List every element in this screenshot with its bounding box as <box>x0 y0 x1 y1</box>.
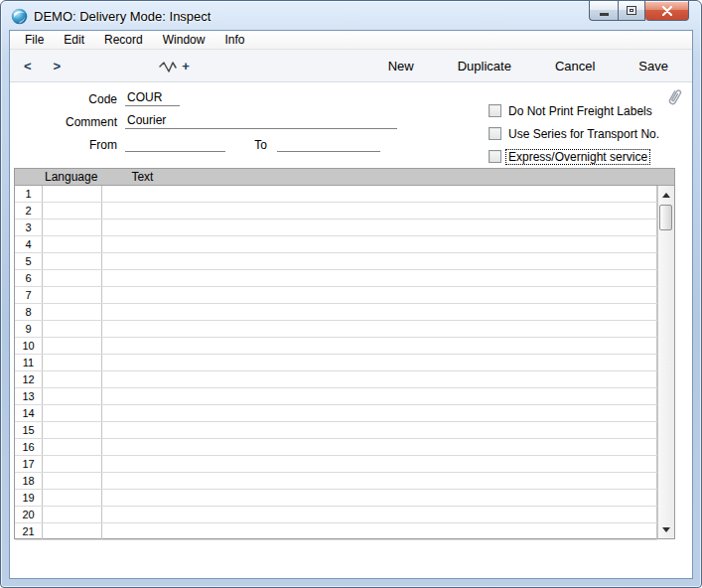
text-cell[interactable] <box>102 405 657 421</box>
use-series-for-transport-no-checkbox[interactable] <box>489 127 501 140</box>
text-cell[interactable] <box>102 338 657 354</box>
language-cell[interactable] <box>43 355 102 370</box>
next-record-button[interactable]: > <box>48 57 68 75</box>
text-cell[interactable] <box>102 270 657 286</box>
checkbox-row-express-overnight[interactable]: Express/Overnight service <box>489 145 661 168</box>
maximize-button[interactable] <box>618 1 645 21</box>
row-number[interactable]: 15 <box>15 422 43 438</box>
row-number[interactable]: 17 <box>15 456 43 472</box>
text-cell[interactable] <box>102 253 657 269</box>
column-header-language[interactable]: Language <box>15 170 97 184</box>
text-cell[interactable] <box>102 490 657 506</box>
checkbox-row-freight-labels[interactable]: Do Not Print Freight Labels <box>489 99 661 122</box>
cancel-button[interactable]: Cancel <box>547 55 603 77</box>
language-cell[interactable] <box>43 203 102 219</box>
language-cell[interactable] <box>43 220 102 235</box>
language-cell[interactable] <box>43 422 102 438</box>
language-cell[interactable] <box>43 186 102 202</box>
express-overnight-service-checkbox[interactable] <box>489 150 501 163</box>
row-number[interactable]: 18 <box>15 473 43 489</box>
language-cell[interactable] <box>43 507 102 522</box>
menu-edit[interactable]: Edit <box>54 31 94 49</box>
row-number[interactable]: 7 <box>15 287 43 303</box>
row-number[interactable]: 3 <box>15 220 43 235</box>
from-field[interactable] <box>125 136 225 152</box>
text-cell[interactable] <box>102 355 657 370</box>
close-icon <box>661 6 673 16</box>
duplicate-button[interactable]: Duplicate <box>450 55 519 77</box>
language-cell[interactable] <box>43 338 102 354</box>
to-field[interactable] <box>277 136 380 152</box>
column-header-text[interactable]: Text <box>97 170 153 184</box>
scroll-up-button[interactable] <box>658 187 674 203</box>
language-cell[interactable] <box>43 456 102 472</box>
do-not-print-freight-labels-checkbox[interactable] <box>489 104 501 117</box>
text-cell[interactable] <box>102 236 657 252</box>
language-cell[interactable] <box>43 473 102 489</box>
row-number[interactable]: 4 <box>15 236 43 252</box>
row-number[interactable]: 16 <box>15 439 43 455</box>
row-number[interactable]: 11 <box>15 355 43 370</box>
row-number[interactable]: 2 <box>15 203 43 219</box>
menu-file[interactable]: File <box>15 31 54 49</box>
text-cell[interactable] <box>102 439 657 455</box>
text-cell[interactable] <box>102 473 657 489</box>
text-cell[interactable] <box>102 456 657 472</box>
language-cell[interactable] <box>43 490 102 506</box>
row-number[interactable]: 19 <box>15 490 43 506</box>
attach-activity-button[interactable]: + <box>158 59 190 74</box>
previous-record-button[interactable]: < <box>18 57 38 75</box>
code-field[interactable] <box>125 90 180 106</box>
use-series-for-transport-no-label: Use Series for Transport No. <box>506 127 661 141</box>
row-number[interactable]: 20 <box>15 507 43 522</box>
scroll-down-button[interactable] <box>658 521 674 537</box>
menu-info[interactable]: Info <box>214 31 254 49</box>
minimize-button[interactable] <box>589 1 618 21</box>
menu-window[interactable]: Window <box>153 31 215 49</box>
text-cell[interactable] <box>102 507 657 522</box>
row-number[interactable]: 12 <box>15 371 43 387</box>
text-cell[interactable] <box>102 287 657 303</box>
language-cell[interactable] <box>43 523 102 539</box>
language-cell[interactable] <box>43 439 102 455</box>
save-button[interactable]: Save <box>631 55 676 77</box>
attachments-paperclip-button[interactable] <box>664 87 684 113</box>
row-number[interactable]: 8 <box>15 304 43 320</box>
text-cell[interactable] <box>102 304 657 320</box>
comment-field[interactable] <box>125 113 397 129</box>
titlebar[interactable]: DEMO: Delivery Mode: Inspect <box>1 1 701 31</box>
table-row: 5 <box>15 253 657 270</box>
row-number[interactable]: 13 <box>15 388 43 404</box>
text-cell[interactable] <box>102 371 657 387</box>
language-cell[interactable] <box>43 287 102 303</box>
text-cell[interactable] <box>102 186 657 202</box>
language-cell[interactable] <box>43 388 102 404</box>
text-cell[interactable] <box>102 523 657 539</box>
text-cell[interactable] <box>102 203 657 219</box>
text-cell[interactable] <box>102 321 657 337</box>
row-number[interactable]: 9 <box>15 321 43 337</box>
close-button[interactable] <box>645 1 689 21</box>
language-cell[interactable] <box>43 236 102 252</box>
language-cell[interactable] <box>43 270 102 286</box>
language-cell[interactable] <box>43 405 102 421</box>
text-cell[interactable] <box>102 422 657 438</box>
language-cell[interactable] <box>43 321 102 337</box>
row-number[interactable]: 5 <box>15 253 43 269</box>
language-cell[interactable] <box>43 371 102 387</box>
row-number[interactable]: 10 <box>15 338 43 354</box>
language-cell[interactable] <box>43 304 102 320</box>
menu-record[interactable]: Record <box>94 31 153 49</box>
row-number[interactable]: 14 <box>15 405 43 421</box>
row-number[interactable]: 6 <box>15 270 43 286</box>
row-number[interactable]: 1 <box>15 186 43 202</box>
language-cell[interactable] <box>43 253 102 269</box>
vertical-scrollbar[interactable] <box>657 186 674 538</box>
scrollbar-thumb[interactable] <box>659 205 672 230</box>
text-cell[interactable] <box>102 220 657 235</box>
new-button[interactable]: New <box>380 55 422 77</box>
text-cell[interactable] <box>102 388 657 404</box>
row-number[interactable]: 21 <box>15 523 43 539</box>
checkbox-row-series-transport[interactable]: Use Series for Transport No. <box>489 122 661 145</box>
table-row: 19 <box>15 490 657 507</box>
